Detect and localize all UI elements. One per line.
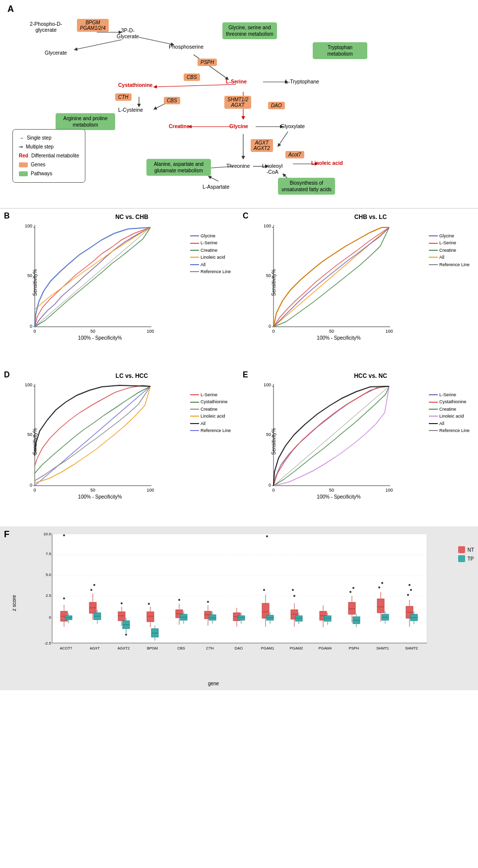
panel-c-legend-glycine-color	[429, 235, 438, 236]
panel-b-legend-ref-color	[190, 271, 199, 272]
gene-dao: DAO	[268, 102, 285, 109]
panel-f-legend-nt-label: NT	[468, 547, 474, 553]
svg-point-86	[63, 597, 65, 599]
legend-pathway-swatch	[19, 171, 28, 176]
panel-b: B NC vs. CHB Sensitivity% 0 50 100 0	[0, 209, 239, 367]
panel-e-chart: 0 50 100 0 50 100	[259, 381, 393, 501]
panel-c-legend-ref-color	[429, 264, 438, 265]
panel-d-legend-cystathionine: Cystathionine	[201, 398, 228, 405]
panel-c-chart: 0 50 100 0 50 100	[259, 222, 393, 342]
panel-e-legend-cystathionine: Cystathionine	[439, 398, 467, 405]
node-3pd: 3P-D-Glycerate	[117, 27, 139, 39]
node-ltryptophane: L-Tryptophane	[285, 78, 319, 84]
legend-red-dot: Red	[19, 151, 28, 160]
panel-a-legend: Single step Multiple step RedDifferentia…	[12, 129, 85, 183]
panel-b-legend-ref: Reference Line	[201, 268, 231, 275]
panel-c-legend-all: All	[439, 254, 444, 261]
svg-text:PGAM1: PGAM1	[261, 646, 274, 651]
panel-d-title: LC vs. HCC	[30, 372, 234, 379]
svg-text:0: 0	[269, 324, 271, 329]
panel-d-legend-all-color	[190, 423, 199, 424]
svg-point-112	[121, 602, 123, 604]
svg-rect-121	[147, 612, 154, 622]
svg-rect-218	[377, 599, 384, 613]
panel-d-legend-linoleic: Linoleic acid	[201, 413, 225, 420]
svg-point-99	[90, 589, 92, 591]
panel-f-legend-tp-label: TP	[468, 556, 474, 562]
svg-point-137	[178, 599, 180, 601]
panel-f-legend-tp: TP	[458, 555, 474, 562]
legend-gene-label: Genes	[31, 160, 45, 169]
gene-psph: PSPH	[198, 59, 217, 66]
svg-text:0: 0	[272, 329, 274, 334]
panel-e-legend-creatine-color	[429, 409, 438, 410]
node-cystathionine: Cystathionine	[118, 82, 152, 88]
svg-text:50: 50	[90, 488, 95, 493]
svg-point-87	[63, 534, 65, 536]
svg-text:100: 100	[385, 488, 393, 493]
svg-text:0: 0	[269, 483, 271, 488]
svg-point-210	[352, 587, 354, 589]
svg-text:10.0: 10.0	[43, 532, 51, 536]
panel-b-legend-glycine-color	[190, 235, 199, 236]
pathway-arginine: Arginine and prolinemetabolism	[56, 113, 115, 130]
panel-d-legend-lserine-color	[190, 394, 199, 395]
svg-text:2.5: 2.5	[46, 593, 52, 598]
panel-c-legend: Glycine L-Serine Creatine All Reference …	[429, 232, 470, 268]
gene-acot7: Acot7	[285, 151, 304, 158]
node-lserine: L-Serine	[226, 78, 247, 84]
panel-d-legend-ref-color	[190, 430, 199, 431]
gene-cth: CTH	[115, 93, 132, 101]
node-creatine: Creatine	[169, 123, 190, 129]
pathway-glycine-serine: Glycine, serine andthreonine metabolism	[222, 22, 277, 39]
svg-point-149	[207, 601, 209, 603]
panel-e-legend-creatine: Creatine	[439, 406, 456, 413]
panel-b-legend-lserine-color	[190, 243, 199, 244]
svg-point-185	[293, 595, 295, 597]
panel-d-legend-cystathionine-color	[190, 402, 199, 403]
svg-point-236	[410, 589, 412, 591]
node-linoleoyl: Linoleoyl-CoA	[262, 163, 282, 175]
gene-cbs1: CBS	[184, 73, 200, 81]
svg-text:0: 0	[33, 329, 36, 334]
node-glyoxylate: Glyoxylate	[280, 123, 305, 129]
legend-multi-arrow	[19, 143, 23, 151]
svg-text:0: 0	[30, 483, 32, 488]
panel-e-legend-lserine: L-Serine	[439, 391, 456, 398]
svg-text:ACOT7: ACOT7	[60, 646, 72, 651]
svg-text:AGXT: AGXT	[90, 646, 100, 651]
svg-text:50: 50	[27, 273, 32, 278]
gene-cbs2: CBS	[164, 97, 180, 104]
svg-point-223	[381, 582, 383, 584]
panel-d: D LC vs. HCC Sensitivity% 0 50 100 0 50 …	[0, 367, 239, 526]
node-lcysteine: L-Cysteine	[118, 107, 143, 113]
panel-b-legend: Glycine L-Serine Creatine Linoleic acid …	[190, 232, 231, 275]
panel-c-legend-creatine-color	[429, 250, 438, 251]
svg-text:100: 100	[146, 488, 154, 493]
panel-f-legend-nt: NT	[458, 546, 474, 553]
svg-point-222	[378, 586, 380, 588]
svg-text:0: 0	[33, 488, 36, 493]
svg-point-125	[148, 603, 150, 605]
svg-line-5	[154, 84, 236, 87]
panel-e-legend-ref-color	[429, 430, 438, 431]
svg-text:100: 100	[385, 329, 393, 334]
panel-c-legend-glycine: Glycine	[439, 232, 454, 239]
panel-f-boxplot: -2.5 0 2.5 5.0 7.5 10.0	[37, 531, 429, 660]
panel-d-legend-lserine: L-Serine	[201, 391, 217, 398]
svg-text:7.5: 7.5	[46, 552, 52, 556]
pathway-biosynthesis: Biosynthesis ofunsaturated fatty acids	[278, 178, 335, 195]
panel-c: C CHB vs. LC Sensitivity% 0 50 100 0 50 …	[239, 209, 478, 367]
panel-e-legend-lserine-color	[429, 394, 438, 395]
panel-c-x-axis: 100% - Specificity%	[317, 335, 360, 341]
svg-line-29	[35, 227, 150, 327]
pathway-alanine: Alanine, aspartate andglutamate metaboli…	[146, 159, 211, 176]
panel-f-legend: NT TP	[458, 546, 474, 564]
svg-point-173	[266, 535, 268, 537]
svg-text:5.0: 5.0	[46, 573, 52, 577]
svg-point-186	[292, 589, 294, 591]
panel-c-legend-creatine: Creatine	[439, 247, 456, 254]
svg-text:SHMT1: SHMT1	[376, 646, 389, 651]
svg-text:CTH: CTH	[206, 646, 213, 651]
svg-text:PSPH: PSPH	[349, 646, 359, 651]
